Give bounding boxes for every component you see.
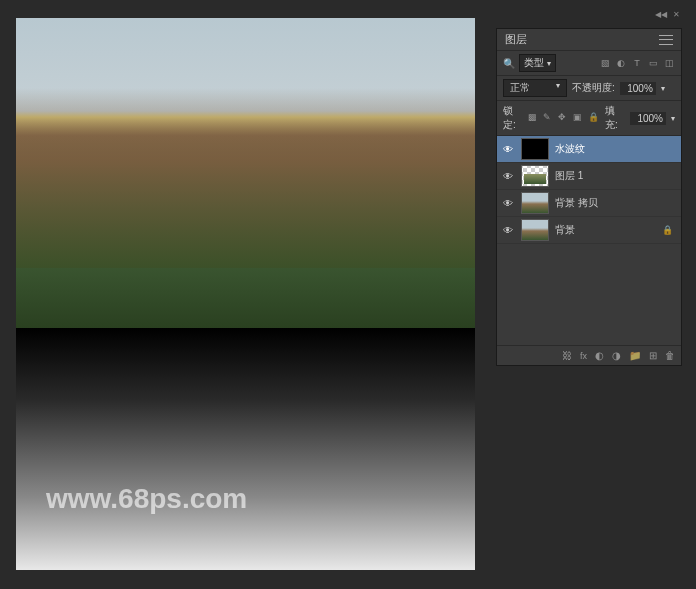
canvas-document[interactable]: www.68ps.com — [16, 18, 475, 570]
new-layer-icon[interactable]: ⊞ — [649, 350, 657, 361]
opacity-label: 不透明度: — [572, 81, 615, 95]
opacity-chevron-icon[interactable]: ▾ — [661, 84, 665, 93]
layer-thumbnail[interactable] — [521, 165, 549, 187]
layer-name[interactable]: 背景 — [555, 223, 656, 237]
watermark-text: www.68ps.com — [46, 483, 247, 515]
castle-silhouette — [16, 88, 475, 268]
filter-shape-icon[interactable]: ▭ — [647, 57, 659, 69]
layer-thumbnail[interactable] — [521, 138, 549, 160]
panel-header: 图层 — [497, 29, 681, 51]
lock-label: 锁定: — [503, 104, 523, 132]
filter-type-dropdown[interactable]: 类型 — [519, 54, 556, 72]
panel-window-controls: ◀◀ ✕ — [655, 10, 680, 19]
filter-type-icon[interactable]: T — [631, 57, 643, 69]
filter-adjustment-icon[interactable]: ◐ — [615, 57, 627, 69]
image-content-gradient — [16, 328, 475, 570]
layer-row[interactable]: 👁 水波纹 — [497, 136, 681, 163]
visibility-icon[interactable]: 👁 — [501, 144, 515, 155]
image-content-upper — [16, 18, 475, 328]
filter-smart-icon[interactable]: ◫ — [663, 57, 675, 69]
filter-icons-group: ▧ ◐ T ▭ ◫ — [599, 57, 675, 69]
blend-mode-dropdown[interactable]: 正常 — [503, 79, 567, 97]
layer-name[interactable]: 图层 1 — [555, 169, 677, 183]
visibility-icon[interactable]: 👁 — [501, 171, 515, 182]
lock-icon: 🔒 — [662, 225, 673, 235]
panel-menu-icon[interactable] — [659, 35, 673, 45]
layer-style-icon[interactable]: fx — [580, 351, 587, 361]
lock-pixels-icon[interactable]: ✎ — [543, 112, 555, 124]
lock-artboard-icon[interactable]: ▣ — [573, 112, 585, 124]
layers-list: 👁 水波纹 👁 图层 1 👁 背景 拷贝 👁 背景 🔒 — [497, 136, 681, 345]
layer-thumbnail[interactable] — [521, 219, 549, 241]
layer-name[interactable]: 背景 拷贝 — [555, 196, 677, 210]
layer-row[interactable]: 👁 背景 拷贝 — [497, 190, 681, 217]
filter-pixel-icon[interactable]: ▧ — [599, 57, 611, 69]
panel-footer: ⛓ fx ◐ ◑ 📁 ⊞ 🗑 — [497, 345, 681, 365]
close-icon[interactable]: ✕ — [673, 10, 680, 19]
layer-row[interactable]: 👁 图层 1 — [497, 163, 681, 190]
lock-row: 锁定: ▩ ✎ ✥ ▣ 🔒 填充: 100% ▾ — [497, 101, 681, 136]
adjustment-layer-icon[interactable]: ◑ — [612, 350, 621, 361]
fill-value[interactable]: 100% — [630, 112, 666, 125]
layer-name[interactable]: 水波纹 — [555, 142, 677, 156]
lock-icons-group: ▩ ✎ ✥ ▣ 🔒 — [528, 112, 600, 124]
lock-all-icon[interactable]: 🔒 — [588, 112, 600, 124]
layer-thumbnail[interactable] — [521, 192, 549, 214]
fill-label: 填充: — [605, 104, 625, 132]
filter-row: 🔍 类型 ▧ ◐ T ▭ ◫ — [497, 51, 681, 76]
visibility-icon[interactable]: 👁 — [501, 225, 515, 236]
collapse-icon[interactable]: ◀◀ — [655, 10, 667, 19]
fill-chevron-icon[interactable]: ▾ — [671, 114, 675, 123]
layer-group-icon[interactable]: 📁 — [629, 350, 641, 361]
delete-layer-icon[interactable]: 🗑 — [665, 350, 675, 361]
link-layers-icon[interactable]: ⛓ — [562, 350, 572, 361]
layer-mask-icon[interactable]: ◐ — [595, 350, 604, 361]
lock-transparency-icon[interactable]: ▩ — [528, 112, 540, 124]
opacity-value[interactable]: 100% — [620, 82, 656, 95]
blend-row: 正常 不透明度: 100% ▾ — [497, 76, 681, 101]
layers-panel: 图层 🔍 类型 ▧ ◐ T ▭ ◫ 正常 不透明度: 100% ▾ 锁定: ▩ … — [496, 28, 682, 366]
panel-title: 图层 — [505, 32, 527, 47]
visibility-icon[interactable]: 👁 — [501, 198, 515, 209]
layer-row[interactable]: 👁 背景 🔒 — [497, 217, 681, 244]
search-icon[interactable]: 🔍 — [503, 58, 515, 69]
lock-position-icon[interactable]: ✥ — [558, 112, 570, 124]
